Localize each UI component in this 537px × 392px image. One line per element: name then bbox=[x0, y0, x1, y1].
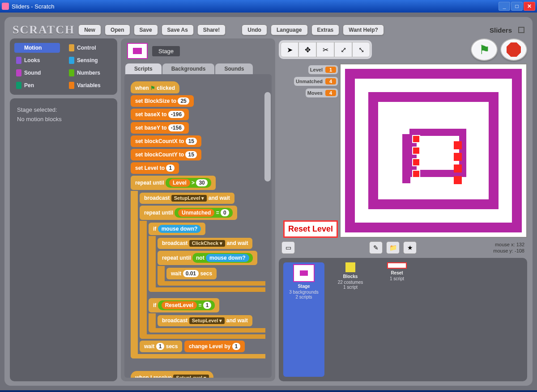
block-set-basey[interactable]: set baseY to -156 bbox=[131, 122, 189, 134]
category-swatch bbox=[69, 57, 74, 64]
category-swatch bbox=[69, 82, 74, 89]
category-label: Sound bbox=[24, 70, 41, 76]
undo-button[interactable]: Undo bbox=[242, 25, 267, 35]
level-mid-wall bbox=[368, 92, 499, 209]
category-label: Numbers bbox=[77, 70, 100, 76]
block-set-blockcountx[interactable]: set blockCountX to 15 bbox=[131, 135, 201, 147]
category-motion[interactable]: Motion bbox=[14, 43, 60, 53]
new-button[interactable]: New bbox=[78, 25, 101, 35]
category-label: Pen bbox=[24, 82, 34, 89]
surprise-sprite-button[interactable]: ★ bbox=[403, 241, 417, 254]
stage-canvas[interactable] bbox=[340, 63, 527, 238]
sprite-card-reset[interactable]: Reset 1 script bbox=[376, 262, 418, 377]
sprite-name-field[interactable]: Stage bbox=[152, 46, 180, 56]
block-change-level[interactable]: change Level by 1 bbox=[184, 341, 245, 352]
sprite-card-stage[interactable]: Stage 3 backgrounds 2 scripts bbox=[283, 262, 324, 377]
share-button[interactable]: Share! bbox=[197, 25, 226, 35]
category-label: Variables bbox=[77, 82, 101, 89]
pointer-tool-icon[interactable]: ➤ bbox=[281, 42, 298, 57]
scrollbar-vertical[interactable] bbox=[264, 92, 271, 181]
red-block-2[interactable] bbox=[412, 147, 420, 155]
red-target-1 bbox=[454, 141, 462, 149]
choose-sprite-button[interactable]: 📁 bbox=[386, 241, 400, 254]
help-button[interactable]: Want Help? bbox=[343, 25, 384, 35]
blocks-sprite-thumb bbox=[345, 262, 355, 272]
mid-tabs: Scripts Backgrounds Sounds bbox=[121, 63, 275, 74]
fullscreen-icon[interactable] bbox=[518, 27, 524, 33]
block-broadcast-setup2[interactable]: broadcast SetupLevel ▾ and wait bbox=[158, 315, 252, 326]
category-label: Looks bbox=[24, 57, 40, 63]
red-block-4[interactable] bbox=[412, 170, 420, 178]
save-button[interactable]: Save bbox=[134, 25, 158, 35]
block-set-blocksize[interactable]: set BlockSize to 25 bbox=[131, 95, 194, 107]
tab-scripts[interactable]: Scripts bbox=[125, 63, 162, 74]
app-icon bbox=[2, 3, 9, 10]
top-toolbar: SCRATCH New Open Save Save As Share! Und… bbox=[10, 21, 527, 38]
category-numbers[interactable]: Numbers bbox=[67, 68, 113, 78]
reset-level-button[interactable]: Reset Level bbox=[283, 220, 338, 238]
sprite-card-blocks[interactable]: Blocks 22 costumes 1 script bbox=[330, 262, 371, 377]
sprite-panel: Stage 3 backgrounds 2 scripts Blocks 22 … bbox=[279, 258, 527, 381]
block-repeat-until-not-mousedown[interactable]: repeat until not mouse down? bbox=[158, 251, 257, 265]
paint-new-sprite-button[interactable]: ✎ bbox=[369, 241, 383, 254]
saveas-button[interactable]: Save As bbox=[162, 25, 194, 35]
hat-when-flag-clicked[interactable]: when ⚑ clicked bbox=[131, 81, 179, 93]
monitor-moves[interactable]: Moves4 bbox=[306, 89, 338, 97]
block-wait-001[interactable]: wait 0.01 secs bbox=[166, 268, 217, 279]
stage-monitors: Level1 Unmatched4 Moves4 Reset Level bbox=[279, 63, 338, 238]
category-looks[interactable]: Looks bbox=[14, 55, 60, 65]
block-repeat-until-level[interactable]: repeat until Level > 30 bbox=[131, 176, 216, 190]
block-if-resetlevel[interactable]: if ResetLevel = 1 bbox=[149, 298, 219, 312]
block-set-level[interactable]: set Level to 1 bbox=[131, 162, 179, 174]
category-sound[interactable]: Sound bbox=[14, 68, 60, 78]
block-broadcast-setup[interactable]: broadcast SetupLevel ▾ and wait bbox=[140, 193, 234, 204]
red-target-2 bbox=[454, 153, 462, 161]
block-set-blockcounty[interactable]: set blockCountY to 15 bbox=[131, 149, 201, 160]
mouse-coords: mouse x: 132 mouse y: -108 bbox=[493, 241, 524, 254]
app-inner: SCRATCH New Open Save Save As Share! Und… bbox=[4, 17, 533, 386]
category-label: Control bbox=[77, 45, 96, 51]
category-label: Motion bbox=[24, 45, 42, 51]
monitor-level[interactable]: Level1 bbox=[308, 65, 338, 74]
script-stack-1[interactable]: when ⚑ clicked set BlockSize to 25 set b… bbox=[131, 80, 265, 359]
block-broadcast-click[interactable]: broadcast ClickCheck ▾ and wait bbox=[158, 238, 252, 249]
presentation-mode-button[interactable]: ▭ bbox=[281, 241, 295, 254]
tab-backgrounds[interactable]: Backgrounds bbox=[162, 63, 215, 74]
stop-icon bbox=[507, 42, 521, 57]
green-flag-button[interactable]: ⚑ bbox=[471, 38, 498, 61]
block-if-mousedown[interactable]: if mouse down? bbox=[149, 223, 205, 235]
category-swatch bbox=[16, 69, 21, 76]
category-pen[interactable]: Pen bbox=[14, 80, 60, 90]
category-control[interactable]: Control bbox=[67, 43, 113, 53]
window-minimize-button[interactable]: _ bbox=[499, 2, 510, 11]
extras-button[interactable]: Extras bbox=[311, 25, 340, 35]
grow-tool-icon[interactable]: ⤢ bbox=[334, 42, 352, 57]
red-block-1[interactable] bbox=[412, 135, 420, 143]
red-block-3[interactable] bbox=[412, 158, 420, 166]
category-sensing[interactable]: Sensing bbox=[67, 55, 113, 65]
window-maximize-button[interactable]: □ bbox=[511, 2, 523, 11]
language-button[interactable]: Language bbox=[271, 25, 308, 35]
block-repeat-until-unmatched[interactable]: repeat until Unmatched = 0 bbox=[140, 206, 237, 220]
monitor-unmatched[interactable]: Unmatched4 bbox=[294, 77, 338, 86]
hat-when-receive[interactable]: when I receive SetupLevel ▾ bbox=[131, 371, 213, 378]
app-shell: SCRATCH New Open Save Save As Share! Und… bbox=[0, 13, 537, 390]
middle-column: Stage Scripts Backgrounds Sounds when ⚑ … bbox=[121, 38, 275, 381]
stage-tool-tray: ➤ ✥ ✂ ⤢ ⤡ bbox=[279, 40, 372, 59]
block-wait-1[interactable]: wait 1 secs bbox=[140, 341, 182, 352]
window-title: Sliders - Scratch bbox=[12, 3, 54, 10]
shrink-tool-icon[interactable]: ⤡ bbox=[352, 42, 370, 57]
stamp-tool-icon[interactable]: ✥ bbox=[298, 42, 316, 57]
scissors-tool-icon[interactable]: ✂ bbox=[316, 42, 334, 57]
category-swatch bbox=[16, 82, 21, 89]
stage-thumbnail bbox=[127, 43, 148, 59]
window-close-button[interactable]: ✕ bbox=[524, 2, 535, 11]
tab-sounds[interactable]: Sounds bbox=[215, 63, 253, 74]
block-set-basex[interactable]: set baseX to -196 bbox=[131, 109, 189, 120]
stop-button[interactable] bbox=[500, 38, 527, 61]
script-area[interactable]: when ⚑ clicked set BlockSize to 25 set b… bbox=[124, 74, 272, 378]
open-button[interactable]: Open bbox=[105, 25, 130, 35]
level-outer-wall bbox=[345, 69, 522, 232]
category-variables[interactable]: Variables bbox=[67, 80, 113, 90]
script-stack-2[interactable]: when I receive SetupLevel ▾ set ResetLev… bbox=[131, 370, 265, 378]
